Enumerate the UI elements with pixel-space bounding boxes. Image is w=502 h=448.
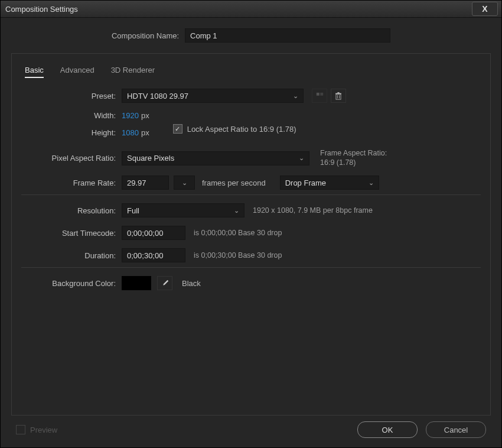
resolution-hint: 1920 x 1080, 7.9 MB per 8bpc frame	[253, 206, 373, 215]
window-title: Composition Settings	[5, 5, 472, 14]
tab-3d-renderer[interactable]: 3D Renderer	[111, 66, 155, 78]
height-unit: px	[141, 128, 149, 137]
frame-rate-dropdown[interactable]: ⌄	[174, 176, 195, 190]
fps-text: frames per second	[202, 178, 266, 187]
frame-rate-value: 29.97	[127, 178, 146, 187]
drop-frame-value: Drop Frame	[285, 178, 326, 187]
titlebar: Composition Settings X	[1, 1, 501, 18]
footer: ✓ Preview OK Cancel	[11, 415, 491, 441]
cancel-label: Cancel	[444, 426, 468, 434]
eyedropper-icon	[161, 280, 169, 287]
bg-color-swatch[interactable]	[122, 276, 151, 290]
composition-name-input[interactable]: Comp 1	[185, 28, 390, 43]
cancel-button[interactable]: Cancel	[426, 421, 486, 438]
lock-aspect-checkbox[interactable]: ✓	[173, 124, 182, 134]
svg-rect-6	[337, 92, 339, 93]
height-input[interactable]: 1080	[122, 128, 139, 137]
bg-color-label: Background Color:	[21, 279, 122, 288]
save-preset-icon	[316, 92, 324, 100]
width-label: Width:	[21, 111, 122, 120]
height-label: Height:	[21, 128, 122, 137]
ok-label: OK	[382, 426, 393, 434]
preview-label: Preview	[30, 426, 57, 434]
settings-panel: Basic Advanced 3D Renderer Preset: HDTV …	[11, 53, 491, 415]
svg-rect-1	[320, 92, 323, 95]
tabs: Basic Advanced 3D Renderer	[25, 66, 481, 78]
pixel-aspect-value: Square Pixels	[127, 154, 174, 163]
chevron-down-icon: ⌄	[369, 179, 374, 187]
pixel-aspect-select[interactable]: Square Pixels ⌄	[122, 151, 309, 165]
divider	[21, 194, 481, 195]
delete-preset-button[interactable]	[331, 89, 346, 103]
tab-advanced[interactable]: Advanced	[60, 66, 94, 78]
close-icon: X	[482, 4, 487, 14]
dialog-body: Composition Name: Comp 1 Basic Advanced …	[1, 18, 501, 447]
lock-aspect-label: Lock Aspect Ratio to 16:9 (1.78)	[187, 125, 296, 134]
composition-settings-dialog: Composition Settings X Composition Name:…	[0, 0, 502, 448]
chevron-down-icon: ⌄	[299, 154, 304, 162]
composition-name-value: Comp 1	[190, 31, 217, 40]
start-timecode-hint: is 0;00;00;00 Base 30 drop	[194, 229, 282, 237]
width-unit: px	[141, 111, 149, 120]
pixel-aspect-label: Pixel Aspect Ratio:	[21, 154, 122, 163]
start-timecode-input[interactable]: 0;00;00;00	[122, 226, 185, 240]
svg-rect-2	[336, 94, 341, 99]
frame-rate-input[interactable]: 29.97	[122, 176, 169, 190]
width-input[interactable]: 1920	[122, 111, 139, 120]
resolution-value: Full	[127, 206, 139, 215]
composition-name-label: Composition Name:	[112, 31, 179, 40]
frame-rate-label: Frame Rate:	[21, 178, 122, 187]
chevron-down-icon: ⌄	[182, 179, 187, 187]
preset-label: Preset:	[21, 92, 122, 100]
close-button[interactable]: X	[472, 2, 498, 16]
svg-rect-5	[335, 93, 341, 94]
svg-rect-0	[316, 92, 319, 95]
resolution-select[interactable]: Full ⌄	[122, 203, 245, 217]
frame-aspect-note-2: 16:9 (1.78)	[320, 158, 387, 168]
start-timecode-value: 0;00;00;00	[127, 229, 163, 238]
bg-color-name: Black	[182, 279, 201, 288]
ok-button[interactable]: OK	[357, 421, 418, 438]
preset-select[interactable]: HDTV 1080 29.97 ⌄	[122, 89, 304, 103]
frame-aspect-note: Frame Aspect Ratio: 16:9 (1.78)	[320, 149, 387, 167]
duration-label: Duration:	[21, 251, 122, 260]
tab-basic[interactable]: Basic	[25, 66, 44, 78]
chevron-down-icon: ⌄	[234, 207, 239, 215]
duration-value: 0;00;30;00	[127, 251, 163, 260]
save-preset-button[interactable]	[312, 89, 327, 103]
frame-aspect-note-1: Frame Aspect Ratio:	[320, 149, 387, 158]
eyedropper-button[interactable]	[157, 276, 172, 290]
trash-icon	[335, 92, 342, 100]
drop-frame-select[interactable]: Drop Frame ⌄	[280, 176, 379, 190]
preset-value: HDTV 1080 29.97	[127, 92, 188, 100]
resolution-label: Resolution:	[21, 206, 122, 215]
duration-input[interactable]: 0;00;30;00	[122, 248, 185, 262]
divider	[21, 267, 481, 268]
duration-hint: is 0;00;30;00 Base 30 drop	[194, 251, 282, 259]
chevron-down-icon: ⌄	[293, 92, 298, 100]
preview-checkbox[interactable]: ✓	[16, 425, 25, 434]
start-timecode-label: Start Timecode:	[21, 229, 122, 238]
